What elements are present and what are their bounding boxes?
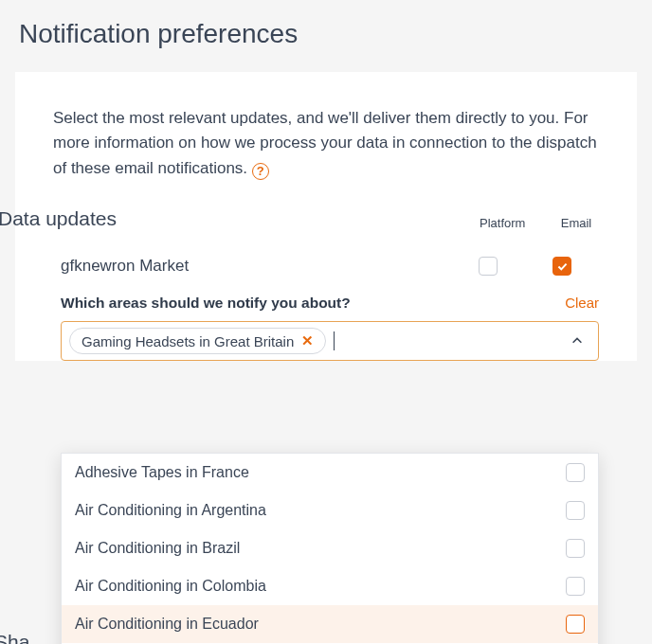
help-icon[interactable]: ?: [252, 163, 269, 180]
option-checkbox[interactable]: [566, 539, 585, 558]
areas-prompt: Which areas should we notify you about?: [61, 295, 351, 312]
option-label: Air Conditioning in Colombia: [75, 578, 566, 595]
option-checkbox[interactable]: [566, 577, 585, 596]
option-item[interactable]: Air Conditioning in Ecuador: [62, 605, 598, 643]
text-cursor: [334, 331, 335, 350]
areas-combobox[interactable]: Gaming Headsets in Great Britain ✕: [61, 321, 599, 361]
product-row: gfknewron Market: [53, 257, 599, 276]
option-item[interactable]: Adhesive Tapes in France: [62, 454, 598, 492]
option-item[interactable]: Air Conditioning in Brazil: [62, 529, 598, 567]
chip-remove-icon[interactable]: ✕: [299, 332, 316, 349]
partial-section-title: Sha: [0, 631, 29, 644]
areas-dropdown[interactable]: Adhesive Tapes in France Air Conditionin…: [61, 453, 599, 644]
platform-checkbox[interactable]: [479, 257, 498, 276]
option-label: Air Conditioning in Brazil: [75, 540, 566, 557]
areas-input[interactable]: [342, 333, 556, 349]
section-header: Data updates Platform Email: [15, 207, 637, 230]
column-platform: Platform: [480, 216, 525, 230]
chevron-up-icon[interactable]: [564, 328, 590, 354]
chip-label: Gaming Headsets in Great Britain: [82, 333, 294, 349]
section-title: Data updates: [0, 207, 117, 230]
option-checkbox[interactable]: [566, 615, 585, 634]
option-label: Air Conditioning in Argentina: [75, 502, 566, 519]
option-label: Adhesive Tapes in France: [75, 464, 566, 481]
intro-copy: Select the most relevant updates, and we…: [53, 109, 597, 177]
intro-text: Select the most relevant updates, and we…: [53, 106, 599, 181]
preferences-card: Select the most relevant updates, and we…: [15, 72, 637, 361]
option-checkbox[interactable]: [566, 463, 585, 482]
product-label: gfknewron Market: [61, 257, 451, 276]
selected-chip: Gaming Headsets in Great Britain ✕: [69, 328, 326, 354]
option-item[interactable]: Air Conditioning in Argentina: [62, 492, 598, 529]
page-title: Notification preferences: [19, 19, 637, 49]
column-headers: Platform Email: [480, 216, 599, 230]
email-checkbox[interactable]: [552, 257, 571, 276]
clear-link[interactable]: Clear: [565, 295, 599, 311]
option-label: Air Conditioning in Ecuador: [75, 616, 566, 633]
option-item[interactable]: Air Conditioning in Colombia: [62, 567, 598, 605]
column-email: Email: [553, 216, 599, 230]
option-checkbox[interactable]: [566, 501, 585, 520]
